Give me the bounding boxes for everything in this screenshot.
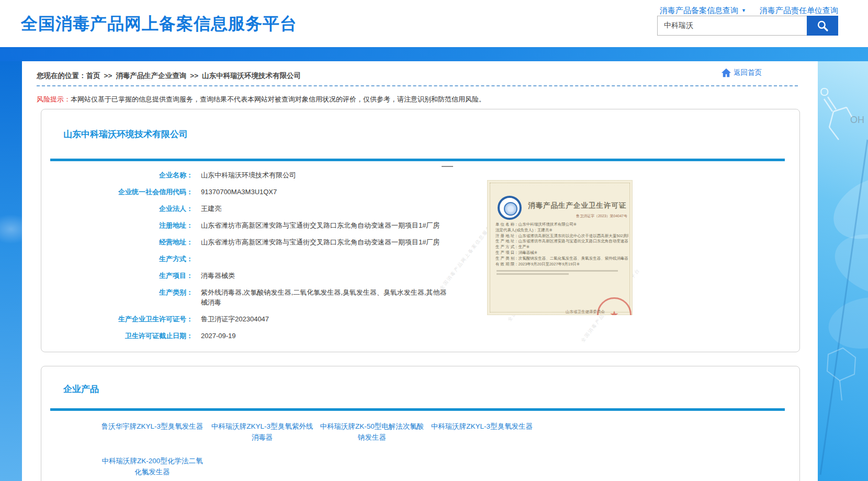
field-label: 卫生许可证截止日期： <box>41 331 193 341</box>
company-fields: 企业名称： 山东中科瑞沃环境技术有限公司 企业统一社会信用代码： 9137070… <box>41 170 799 348</box>
certificate-body: 单 位 名 称：山东中科瑞沃环境技术有限公司※法定代表人(或负责人)：王建亮※注… <box>495 222 628 267</box>
breadcrumb-home-link[interactable]: 首页 <box>86 72 100 80</box>
page: 全国消毒产品网上备案信息服务平台 消毒产品备案信息查询▼消毒产品责任单位查询 <box>0 0 868 481</box>
certificate-fine-print <box>497 270 618 272</box>
molecule-decoration: O OH <box>818 61 868 481</box>
certificate-line: 生 产 类 别：次氯酸钠发生器、二氧化氯发生器、臭氧发生器、紫外线消毒器 <box>495 256 628 262</box>
product-link[interactable]: 中科瑞沃牌ZK-200型化学法二氧化氯发生器 <box>99 455 206 477</box>
field-value: 2027-09-19 <box>201 331 236 341</box>
field-row: 生产项目： 消毒器械类 <box>41 271 799 281</box>
field-row: 企业统一社会信用代码： 91370700MA3M3U1QX7 <box>41 187 799 197</box>
field-row: 注册地址： 山东省潍坊市高新区潍安路与宝通街交叉路口东北角自动变速器一期项目1#… <box>41 220 799 230</box>
field-row: 卫生许可证截止日期： 2027-09-19 <box>41 331 799 341</box>
field-label: 注册地址： <box>41 220 193 230</box>
field-row: 生产方式： <box>41 254 799 264</box>
field-label: 企业法人： <box>41 204 193 214</box>
field-value: 91370700MA3M3U1QX7 <box>201 187 277 197</box>
field-label: 生产企业卫生许可证号： <box>41 314 193 324</box>
breadcrumb-enterprise-query-link[interactable]: 消毒产品生产企业查询 <box>116 72 186 80</box>
field-row: 生产类别： 紫外线消毒器,次氯酸钠发生器,二氧化氯发生器,臭氧发生器、臭氧水发生… <box>41 287 799 307</box>
field-value: 紫外线消毒器,次氯酸钠发生器,二氧化氯发生器,臭氧发生器、臭氧水发生器,其他器械… <box>201 287 449 307</box>
top-nav: 消毒产品备案信息查询▼消毒产品责任单位查询 <box>660 6 838 16</box>
field-label: 生产项目： <box>41 271 193 281</box>
certificate-line: 法定代表人(或负责人)：王建亮※ <box>495 228 628 233</box>
certificate-line: 有 效 期 限：2023年9月20日至2027年9月19日※ <box>495 262 628 267</box>
svg-text:O: O <box>820 85 829 98</box>
back-home-link[interactable]: 返回首页 <box>720 67 762 79</box>
field-value: 鲁卫消证字202304047 <box>201 314 269 324</box>
dashed-divider <box>37 85 798 86</box>
field-row: 生产企业卫生许可证号： 鲁卫消证字202304047 <box>41 314 799 324</box>
search-input[interactable] <box>657 16 807 36</box>
svg-text:OH: OH <box>850 115 864 125</box>
field-value: 山东中科瑞沃环境技术有限公司 <box>201 170 296 180</box>
breadcrumb-separator: >> <box>190 72 198 80</box>
certificate-title: 消毒产品生产企业卫生许可证 <box>528 201 627 210</box>
risk-notice: 风险提示：本网站仅基于已掌握的信息提供查询服务，查询结果不代表本网站对被查询对象… <box>37 95 486 104</box>
header-blue-band <box>0 47 868 61</box>
company-card-title: 山东中科瑞沃环境技术有限公司 <box>63 128 188 140</box>
certificate-line: 单 位 名 称：山东中科瑞沃环境技术有限公司※ <box>495 222 628 228</box>
main-content: 您现在的位置：首页>>消毒产品生产企业查询>>山东中科瑞沃环境技术有限公司 返回… <box>22 61 818 481</box>
chevron-down-icon[interactable]: ▼ <box>741 8 746 13</box>
field-row: 经营地址： 山东省潍坊市高新区潍安路与宝通街交叉路口东北角自动变速器一期项目1#… <box>41 237 799 247</box>
home-icon <box>720 67 732 79</box>
hygiene-license-certificate-image: 消毒产品生产企业卫生许可证 鲁卫消证字（2023）第04047号 单 位 名 称… <box>487 180 633 315</box>
field-value: 消毒器械类 <box>201 271 235 281</box>
back-home-label: 返回首页 <box>734 68 762 77</box>
scan-dash-mark <box>442 166 453 167</box>
product-link[interactable]: 鲁沃华宇牌ZKYL-3型臭氧发生器 <box>99 421 206 443</box>
search-button[interactable] <box>807 16 838 36</box>
site-title: 全国消毒产品网上备案信息服务平台 <box>21 13 297 36</box>
certificate-line: 生 产 方 式：生产※ <box>495 244 628 250</box>
product-link[interactable]: 中科瑞沃牌ZK-50型电解法次氯酸钠发生器 <box>319 421 425 443</box>
certificate-line: 注 册 地 址：山东省潍坊高新区玉清东街以北中心次干道以西高新大厦502房间※ <box>495 233 628 239</box>
field-label: 企业统一社会信用代码： <box>41 187 193 197</box>
nav-record-info-query[interactable]: 消毒产品备案信息查询 <box>660 6 738 15</box>
field-label: 经营地址： <box>41 237 193 247</box>
field-label: 生产方式： <box>41 254 193 264</box>
breadcrumb-separator: >> <box>104 72 112 80</box>
product-link[interactable]: 中科瑞沃牌ZKYL-3型臭氧发生器 <box>429 421 535 443</box>
company-info-card: 山东中科瑞沃环境技术有限公司 企业名称： 山东中科瑞沃环境技术有限公司 企业统一… <box>41 109 800 352</box>
field-value: 山东省潍坊市高新区潍安路与宝通街交叉路口东北角自动变速器一期项目1#厂房 <box>201 220 439 230</box>
risk-notice-text: 本网站仅基于已掌握的信息提供查询服务，查询结果不代表本网站对被查询对象信用状况的… <box>71 95 486 103</box>
products-card-title: 企业产品 <box>63 383 99 395</box>
field-row: 企业法人： 王建亮 <box>41 204 799 214</box>
breadcrumb-prefix: 您现在的位置： <box>37 72 86 80</box>
field-value: 山东省潍坊市高新区潍安路与宝通街交叉路口东北角自动变速器一期项目1#厂房 <box>201 237 439 247</box>
health-commission-emblem-icon <box>498 196 522 220</box>
breadcrumb: 您现在的位置：首页>>消毒产品生产企业查询>>山东中科瑞沃环境技术有限公司 <box>37 71 301 81</box>
search-icon <box>816 19 829 32</box>
certificate-license-number: 鲁卫消证字（2023）第04047号 <box>576 214 627 219</box>
certificate-fine-print <box>497 273 569 275</box>
company-card-underline <box>50 159 785 161</box>
nav-responsible-unit-query[interactable]: 消毒产品责任单位查询 <box>760 6 838 15</box>
breadcrumb-current: 山东中科瑞沃环境技术有限公司 <box>202 72 301 80</box>
company-products-card: 企业产品 鲁沃华宇牌ZKYL-3型臭氧发生器中科瑞沃牌ZKYL-3型臭氧紫外线消… <box>41 366 800 481</box>
field-row: 企业名称： 山东中科瑞沃环境技术有限公司 <box>41 170 799 180</box>
product-grid: 鲁沃华宇牌ZKYL-3型臭氧发生器中科瑞沃牌ZKYL-3型臭氧紫外线消毒器中科瑞… <box>99 421 549 481</box>
products-card-underline <box>50 408 785 411</box>
field-value: 王建亮 <box>201 204 221 214</box>
search-bar <box>657 16 838 36</box>
certificate-authority: 山东省卫生健康委员会 <box>566 309 605 315</box>
certificate-line: 生 产 地 址：山东省潍坊市高新区潍安路与宝通街交叉路口东北角自动变速器一期项目… <box>495 239 628 244</box>
risk-notice-label: 风险提示： <box>37 95 71 103</box>
product-link[interactable]: 中科瑞沃牌ZKYL-3型臭氧紫外线消毒器 <box>209 421 315 443</box>
field-label: 企业名称： <box>41 170 193 180</box>
field-label: 生产类别： <box>41 287 193 307</box>
right-background-strip: O OH <box>818 61 868 481</box>
page-body: 您现在的位置：首页>>消毒产品生产企业查询>>山东中科瑞沃环境技术有限公司 返回… <box>0 61 868 481</box>
left-background-strip <box>0 61 22 481</box>
site-header: 全国消毒产品网上备案信息服务平台 消毒产品备案信息查询▼消毒产品责任单位查询 <box>0 0 868 47</box>
certificate-line: 生 产 项 目：消毒器械※ <box>495 250 628 256</box>
